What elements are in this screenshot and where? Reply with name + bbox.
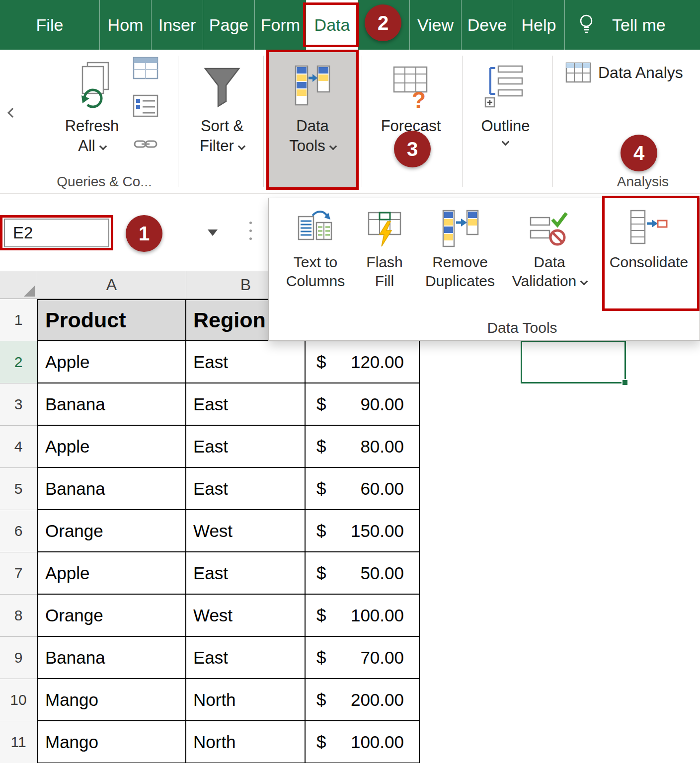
cell-c4[interactable]: $80.00 — [306, 426, 420, 468]
cell-a10[interactable]: Mango — [37, 679, 186, 721]
cell-c7[interactable]: $50.00 — [306, 552, 420, 595]
formula-bar-separator — [249, 222, 252, 224]
cell-a11[interactable]: Mango — [37, 721, 186, 763]
cell-a4[interactable]: Apple — [37, 426, 186, 468]
cell-c2[interactable]: $120.00 — [306, 341, 420, 383]
currency-symbol: $ — [316, 563, 326, 583]
cell-a2[interactable]: Apple — [37, 341, 186, 383]
amount: 60.00 — [360, 479, 404, 499]
data-analysis-button[interactable]: Data Analys — [565, 61, 700, 84]
cell-a7[interactable]: Apple — [37, 552, 186, 595]
cell-c11[interactable]: $100.00 — [306, 721, 420, 763]
tab-formulas[interactable]: Form — [254, 0, 306, 50]
table-row: 5 Banana East $60.00 — [0, 468, 420, 510]
table-row: 4 Apple East $80.00 — [0, 426, 420, 468]
tab-file[interactable]: File — [0, 0, 99, 50]
edit-links-icon[interactable] — [133, 132, 158, 155]
cell-a5[interactable]: Banana — [37, 468, 186, 510]
currency-symbol: $ — [316, 648, 326, 668]
row-header-1[interactable]: 1 — [0, 299, 37, 341]
tab-data[interactable]: Data — [306, 0, 358, 50]
row-header-5[interactable]: 5 — [0, 468, 37, 510]
remove-duplicates-button[interactable]: Remove Duplicates — [416, 205, 504, 291]
currency-symbol: $ — [316, 606, 326, 625]
tab-developer[interactable]: Deve — [461, 0, 513, 50]
refresh-all-button[interactable]: Refresh All — [55, 52, 129, 189]
cell-b11[interactable]: North — [186, 721, 306, 763]
row-header-4[interactable]: 4 — [0, 426, 37, 468]
tell-me-lightbulb-icon[interactable] — [564, 0, 607, 50]
name-box[interactable]: E2 — [4, 219, 109, 247]
remove-duplicates-label2: Duplicates — [416, 272, 504, 291]
cell-c3[interactable]: $90.00 — [306, 383, 420, 426]
cell-c8[interactable]: $100.00 — [306, 595, 420, 637]
outline-button[interactable]: Outline — [467, 52, 544, 189]
select-all-corner[interactable] — [0, 271, 37, 299]
cell-b2[interactable]: East — [186, 341, 306, 383]
queries-connections-icon[interactable] — [133, 57, 158, 79]
cell-c10[interactable]: $200.00 — [306, 679, 420, 721]
fill-handle[interactable] — [622, 379, 628, 386]
tab-view[interactable]: View — [409, 0, 461, 50]
row-header-11[interactable]: 11 — [0, 721, 37, 763]
tab-insert[interactable]: Inser — [151, 0, 203, 50]
tab-help[interactable]: Help — [513, 0, 564, 50]
consolidate-button[interactable]: Consolidate — [600, 205, 698, 272]
step-badge-2: 2 — [365, 4, 401, 41]
cell-b4[interactable]: East — [186, 426, 306, 468]
row-header-8[interactable]: 8 — [0, 595, 37, 637]
flash-fill-button[interactable]: Flash Fill — [354, 205, 415, 291]
cell-a1[interactable]: Product — [37, 299, 186, 341]
data-validation-label: Data — [506, 253, 593, 272]
column-header-a[interactable]: A — [37, 271, 186, 299]
data-tools-group-label: Data Tools — [418, 319, 626, 336]
row-header-10[interactable]: 10 — [0, 679, 37, 721]
row-header-9[interactable]: 9 — [0, 637, 37, 679]
cell-b7[interactable]: East — [186, 552, 306, 595]
step-badge-3: 3 — [394, 131, 431, 167]
tab-home[interactable]: Hom — [99, 0, 151, 50]
flash-fill-label2: Fill — [354, 272, 415, 291]
ribbon-tab-bar: File Hom Inser Page Form Data View Deve … — [0, 0, 700, 50]
data-analysis-label: Data Analys — [598, 64, 683, 82]
name-box-dropdown-icon[interactable] — [208, 229, 218, 236]
table-row: 10 Mango North $200.00 — [0, 679, 420, 721]
row-header-2[interactable]: 2 — [0, 341, 37, 383]
group-separator — [178, 56, 178, 187]
cell-b10[interactable]: North — [186, 679, 306, 721]
forecast-button[interactable]: ? Forecast — [369, 52, 453, 189]
row-header-7[interactable]: 7 — [0, 552, 37, 595]
cell-b6[interactable]: West — [186, 510, 306, 552]
text-to-columns-button[interactable]: Text to Columns — [279, 205, 352, 291]
cell-a6[interactable]: Orange — [37, 510, 186, 552]
properties-icon[interactable] — [133, 94, 158, 117]
tab-page-layout[interactable]: Page — [203, 0, 254, 50]
outline-label: Outline — [467, 116, 544, 136]
cell-b9[interactable]: East — [186, 637, 306, 679]
table-row: 7 Apple East $50.00 — [0, 552, 420, 595]
sort-filter-button[interactable]: Sort & Filter — [185, 52, 259, 189]
cell-a8[interactable]: Orange — [37, 595, 186, 637]
row-header-3[interactable]: 3 — [0, 383, 37, 426]
cell-b8[interactable]: West — [186, 595, 306, 637]
cell-b3[interactable]: East — [186, 383, 306, 426]
cell-a3[interactable]: Banana — [37, 383, 186, 426]
cell-a9[interactable]: Banana — [37, 637, 186, 679]
amount: 50.00 — [360, 563, 404, 583]
data-validation-icon — [506, 205, 593, 253]
data-tools-button[interactable]: Data Tools — [268, 52, 357, 189]
amount: 200.00 — [351, 690, 404, 710]
filter-funnel-icon — [185, 52, 259, 110]
refresh-all-label: Refresh — [55, 116, 129, 136]
cell-b5[interactable]: East — [186, 468, 306, 510]
tell-me[interactable]: Tell me — [607, 0, 692, 50]
cell-c6[interactable]: $150.00 — [306, 510, 420, 552]
data-analysis-icon — [565, 61, 591, 84]
consolidate-icon — [600, 205, 698, 253]
group-separator — [263, 56, 264, 187]
row-header-6[interactable]: 6 — [0, 510, 37, 552]
cell-c5[interactable]: $60.00 — [306, 468, 420, 510]
data-validation-button[interactable]: Data Validation — [506, 205, 593, 291]
cell-c9[interactable]: $70.00 — [306, 637, 420, 679]
collapse-ribbon-button[interactable] — [9, 109, 16, 118]
